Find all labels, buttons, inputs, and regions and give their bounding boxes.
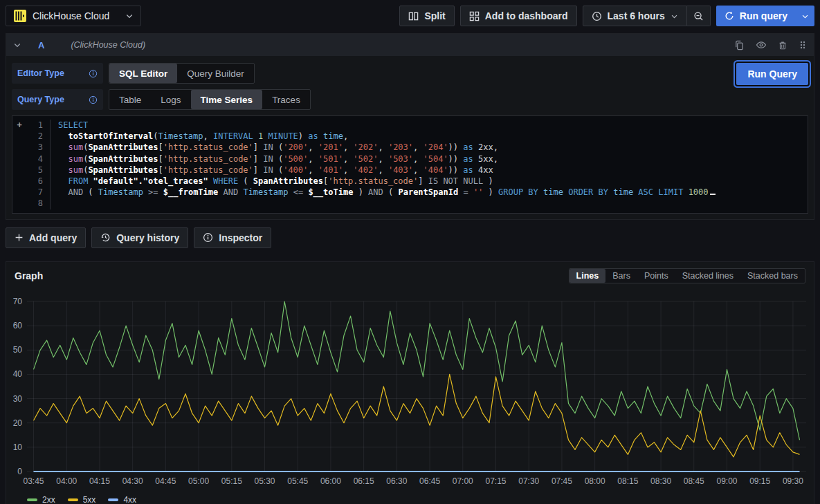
code-line-2[interactable]: 2 toStartOfInterval(Timestamp, INTERVAL … [12, 131, 805, 142]
code-line-8[interactable]: 8 [12, 198, 805, 209]
graph-mode-bars[interactable]: Bars [605, 269, 637, 283]
query-type-option-logs[interactable]: Logs [151, 90, 190, 109]
legend-label: 2xx [42, 495, 55, 504]
code-line-content: SELECT [50, 120, 805, 131]
time-controls: Last 6 hours [583, 6, 711, 26]
x-axis-tick-label: 06:00 [320, 476, 341, 486]
split-button[interactable]: Split [399, 6, 454, 26]
code-line-3[interactable]: 3 sum(SpanAttributes['http.status_code']… [12, 142, 805, 153]
code-line-7[interactable]: 7 AND ( Timestamp >= $__fromTime AND Tim… [12, 187, 805, 198]
run-query-label: Run query [740, 10, 787, 21]
line-number: 8 [26, 198, 43, 209]
chart-legend: 2xx5xx4xx [6, 494, 814, 504]
gutter-spacer [12, 165, 26, 176]
split-label: Split [424, 10, 445, 21]
graph-mode-stacked-lines[interactable]: Stacked lines [675, 269, 740, 283]
chevron-down-icon [801, 12, 809, 20]
add-query-label: Add query [29, 232, 77, 243]
query-type-radiogroup: TableLogsTime SeriesTraces [109, 89, 311, 110]
code-line-6[interactable]: 6 FROM "default"."otel_traces" WHERE ( S… [12, 176, 805, 187]
code-line-4[interactable]: 4 sum(SpanAttributes['http.status_code']… [12, 153, 805, 165]
y-axis-tick-label: 40 [13, 369, 23, 379]
editor-type-option-sql-editor[interactable]: SQL Editor [109, 64, 177, 83]
legend-swatch-2xx [27, 498, 37, 501]
x-axis-tick-label: 07:00 [453, 476, 473, 486]
inspector-label: Inspector [219, 232, 262, 243]
chevron-down-icon [671, 12, 678, 20]
query-type-label: Query Type [12, 89, 103, 110]
toolbar-actions: Split Add to dashboard Last 6 hours [399, 6, 814, 26]
line-number: 6 [26, 176, 43, 187]
split-icon [408, 11, 419, 21]
query-type-option-table[interactable]: Table [109, 90, 151, 109]
inspector-button[interactable]: Inspector [194, 227, 271, 248]
code-line-content: sum(SpanAttributes['http.status_code'] I… [50, 142, 805, 153]
x-axis-tick-label: 04:45 [155, 476, 176, 486]
add-query-button[interactable]: Add query [6, 227, 86, 248]
code-line-5[interactable]: 5 sum(SpanAttributes['http.status_code']… [12, 165, 805, 176]
legend-item-4xx[interactable]: 4xx [108, 495, 136, 504]
x-axis-tick-label: 04:30 [122, 476, 143, 486]
query-type-option-traces[interactable]: Traces [262, 90, 310, 109]
graph-mode-stacked-bars[interactable]: Stacked bars [740, 269, 805, 283]
run-query-dropdown-toggle[interactable] [796, 6, 814, 26]
code-line-content: FROM "default"."otel_traces" WHERE ( Spa… [50, 176, 805, 187]
add-to-dashboard-icon [469, 11, 480, 21]
x-axis-tick-label: 09:15 [749, 476, 770, 486]
line-number: 4 [26, 153, 43, 165]
info-icon[interactable] [89, 95, 98, 104]
x-axis-tick-label: 05:15 [221, 476, 242, 486]
hide-response-eye-icon[interactable] [756, 39, 767, 50]
timeseries-chart[interactable]: 01020304050607003:4504:0004:1504:3004:45… [6, 285, 814, 494]
info-icon[interactable] [89, 69, 98, 78]
graph-mode-points[interactable]: Points [637, 269, 675, 283]
line-number: 3 [26, 142, 43, 153]
legend-item-5xx[interactable]: 5xx [68, 495, 96, 504]
y-axis-tick-label: 0 [17, 467, 22, 476]
editor-type-label-text: Editor Type [17, 68, 64, 78]
editor-type-label: Editor Type [12, 63, 103, 84]
gutter-plus-icon[interactable]: + [12, 120, 26, 131]
gutter-spacer [12, 176, 26, 187]
add-to-dashboard-button[interactable]: Add to dashboard [460, 6, 577, 26]
x-axis-tick-label: 04:15 [89, 476, 110, 486]
collapse-chevron-icon[interactable] [13, 41, 21, 49]
chevron-down-icon [125, 12, 134, 20]
time-range-picker[interactable]: Last 6 hours [583, 6, 687, 26]
editor-type-option-query-builder[interactable]: Query Builder [177, 64, 254, 83]
sql-code-editor[interactable]: +1SELECT2 toStartOfInterval(Timestamp, I… [12, 115, 808, 214]
run-query-split-button: Run query [716, 6, 814, 26]
legend-item-2xx[interactable]: 2xx [27, 495, 55, 504]
datasource-picker[interactable]: ClickHouse Cloud [6, 6, 141, 26]
chart-canvas[interactable]: 01020304050607003:4504:0004:1504:3004:45… [9, 286, 811, 491]
graph-mode-toggle: LinesBarsPointsStacked linesStacked bars [569, 268, 805, 283]
series-5xx[interactable] [34, 374, 800, 457]
x-axis-tick-label: 09:30 [783, 476, 803, 486]
editor-run-query-button[interactable]: Run Query [736, 63, 808, 85]
line-number: 7 [26, 187, 43, 198]
text-cursor [710, 194, 716, 195]
graph-mode-lines[interactable]: Lines [570, 269, 606, 283]
query-ref-id: A [38, 40, 44, 50]
code-line-1[interactable]: +1SELECT [12, 120, 805, 131]
y-axis-tick-label: 20 [13, 418, 23, 427]
plus-icon [15, 233, 24, 242]
code-line-content: sum(SpanAttributes['http.status_code'] I… [50, 153, 805, 165]
x-axis-tick-label: 08:15 [617, 476, 638, 486]
run-query-button[interactable]: Run query [716, 6, 796, 26]
gutter-spacer [12, 187, 26, 198]
query-type-option-time-series[interactable]: Time Series [191, 90, 263, 109]
zoom-out-time-button[interactable] [687, 6, 711, 26]
add-to-dashboard-label: Add to dashboard [485, 10, 568, 21]
remove-query-trash-icon[interactable] [778, 40, 787, 50]
code-line-content: AND ( Timestamp >= $__fromTime AND Times… [50, 187, 805, 198]
clock-icon [592, 11, 602, 21]
query-row-header[interactable]: A (ClickHouse Cloud) [6, 34, 814, 56]
code-line-content [50, 198, 805, 209]
duplicate-query-icon[interactable] [734, 40, 745, 50]
gutter-spacer [12, 142, 26, 153]
query-datasource-hint: (ClickHouse Cloud) [71, 40, 145, 50]
query-history-button[interactable]: Query history [91, 227, 188, 248]
drag-handle-icon[interactable] [799, 40, 807, 50]
top-toolbar: ClickHouse Cloud Split Add to dashboard … [0, 0, 820, 32]
